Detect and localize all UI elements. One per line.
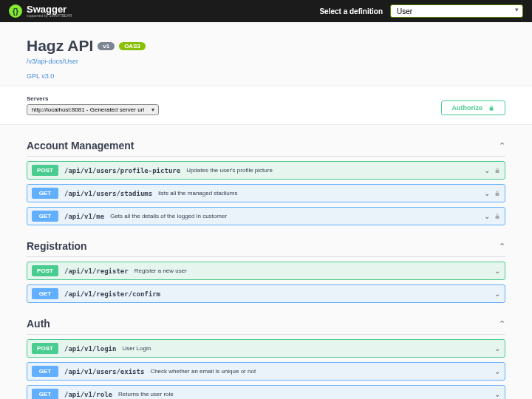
operation-summary: Updates the user's profile picture [186, 167, 273, 174]
operation-row[interactable]: GET/api/v1/users/existsCheck whether an … [27, 362, 505, 381]
operation-path: /api/v1/users/exists [64, 368, 144, 375]
method-badge: GET [32, 389, 58, 399]
operation-summary: User Login [122, 345, 151, 352]
chevron-up-icon: ⌃ [499, 242, 505, 251]
docs-link[interactable]: /v3/api-docs/User [27, 58, 505, 65]
operation-path: /api/v1/me [64, 213, 104, 220]
tag-header[interactable]: Account Management⌃ [27, 135, 505, 157]
api-title: Hagz API [27, 37, 93, 55]
topbar: {} Swagger supported by SMARTBEAR Select… [0, 0, 532, 22]
lock-icon [494, 167, 500, 174]
operation-row[interactable]: GET/api/v1/users/stadiumslists all the m… [27, 184, 505, 202]
lock-icon [494, 190, 500, 197]
lock-icon [488, 105, 494, 111]
authorize-label: Authorize [452, 104, 483, 112]
servers-panel: Servers http://localhost:8081 - Generate… [0, 86, 532, 125]
brand-sub: supported by SMARTBEAR [27, 14, 72, 18]
operation-path: /api/v1/users/stadiums [64, 190, 152, 197]
operation-path: /api/v1/users/profile-picture [64, 167, 180, 174]
operation-row[interactable]: POST/api/v1/loginUser Login⌄ [27, 339, 505, 358]
chevron-down-icon: ⌄ [494, 267, 500, 275]
method-badge: POST [32, 343, 58, 354]
method-badge: GET [32, 288, 58, 299]
operation-row[interactable]: POST/api/v1/users/profile-pictureUpdates… [27, 161, 505, 180]
swagger-icon: {} [9, 4, 22, 18]
tag-header[interactable]: Auth⌃ [27, 313, 505, 335]
method-badge: GET [32, 188, 58, 199]
operation-row[interactable]: GET/api/v1/meGets all the details of the… [27, 207, 505, 225]
operation-summary: Register a new user [134, 267, 187, 274]
tag-section: Registration⌃POST/api/v1/registerRegiste… [27, 236, 505, 303]
license-link[interactable]: GPL v3.0 [27, 72, 505, 80]
operation-path: /api/v1/register [64, 267, 129, 275]
tag-name: Account Management [27, 140, 134, 151]
definition-selector: Select a definition User [319, 4, 523, 18]
method-badge: POST [32, 265, 58, 276]
chevron-up-icon: ⌃ [499, 141, 505, 151]
lock-icon [494, 213, 500, 219]
method-badge: GET [32, 366, 58, 377]
chevron-down-icon: ⌄ [484, 189, 490, 197]
chevron-down-icon: ⌄ [494, 367, 500, 375]
tag-name: Auth [27, 318, 50, 330]
definition-label: Select a definition [319, 7, 383, 16]
method-badge: POST [32, 165, 58, 176]
operation-row[interactable]: GET/api/v1/register/confirm⌄ [27, 284, 505, 303]
tag-name: Registration [27, 240, 87, 252]
operation-summary: Check whether an email is unique or not [150, 368, 256, 375]
server-select[interactable]: http://localhost:8081 - Generated server… [27, 104, 159, 115]
operation-row[interactable]: GET/api/v1/roleReturns the user role⌄ [27, 385, 505, 399]
operation-row[interactable]: POST/api/v1/registerRegister a new user⌄ [27, 262, 505, 280]
version-badge: v1 [98, 42, 115, 50]
authorize-button[interactable]: Authorize [441, 100, 506, 115]
operation-path: /api/v1/register/confirm [64, 290, 160, 298]
api-info: Hagz API v1 OAS3 /v3/api-docs/User GPL v… [27, 22, 505, 86]
operation-summary: lists all the managed stadiums [158, 190, 237, 197]
definition-select[interactable]: User [390, 4, 523, 18]
operation-summary: Returns the user role [118, 391, 174, 398]
operation-path: /api/v1/login [64, 345, 116, 352]
tag-section: Account Management⌃POST/api/v1/users/pro… [27, 135, 505, 225]
method-badge: GET [32, 211, 58, 222]
chevron-up-icon: ⌃ [499, 319, 505, 329]
servers-label: Servers [27, 95, 159, 102]
tag-header[interactable]: Registration⌃ [27, 236, 505, 257]
chevron-down-icon: ⌄ [494, 290, 500, 298]
operation-path: /api/v1/role [64, 391, 112, 398]
chevron-down-icon: ⌄ [484, 212, 490, 220]
chevron-down-icon: ⌄ [484, 166, 490, 174]
operation-summary: Gets all the details of the logged in cu… [110, 213, 227, 219]
oas-badge: OAS3 [119, 42, 146, 50]
chevron-down-icon: ⌄ [494, 344, 500, 352]
brand: {} Swagger supported by SMARTBEAR [9, 4, 72, 18]
chevron-down-icon: ⌄ [494, 390, 500, 398]
tag-section: Auth⌃POST/api/v1/loginUser Login⌄GET/api… [27, 313, 505, 399]
